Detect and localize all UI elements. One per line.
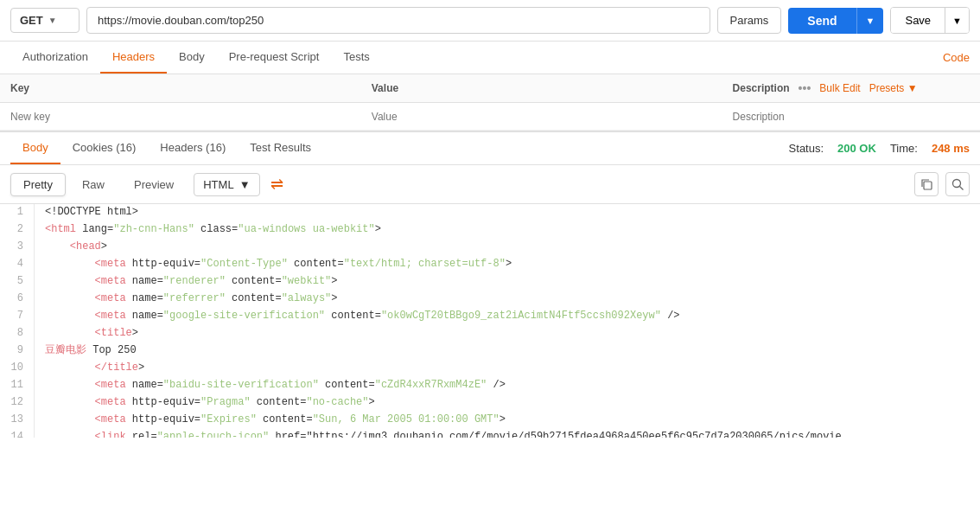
- new-value-input[interactable]: [372, 111, 712, 123]
- headers-table: Key Value Description ••• Bulk Edit Pres…: [0, 74, 980, 131]
- search-icon[interactable]: [945, 172, 970, 196]
- code-line: 3 <head>: [0, 239, 980, 256]
- line-content: <meta http-equiv="Content-Type" content=…: [35, 256, 980, 273]
- code-line: 6 <meta name="referrer" content="always"…: [0, 291, 980, 308]
- code-line: 11 <meta name="baidu-site-verification" …: [0, 377, 980, 394]
- send-group: Send ▼: [788, 8, 883, 34]
- line-content: <meta name="referrer" content="always">: [35, 291, 980, 308]
- tab-body[interactable]: Body: [167, 42, 217, 74]
- line-number: 14: [0, 429, 35, 438]
- code-line: 8 <title>: [0, 325, 980, 342]
- code-link[interactable]: Code: [943, 51, 970, 64]
- send-button[interactable]: Send: [788, 8, 856, 34]
- presets-chevron-icon: ▼: [907, 82, 918, 94]
- resp-tab-cookies[interactable]: Cookies (16): [60, 132, 149, 164]
- method-chevron-icon: ▼: [48, 16, 57, 25]
- response-meta: Status: 200 OK Time: 248 ms: [789, 142, 970, 155]
- resp-tab-test-results[interactable]: Test Results: [238, 132, 323, 164]
- line-content: </title>: [35, 360, 980, 377]
- copy-icon[interactable]: [914, 172, 939, 196]
- svg-rect-0: [924, 182, 932, 189]
- save-button[interactable]: Save: [891, 8, 945, 33]
- request-tabs: Authorization Headers Body Pre-request S…: [0, 42, 980, 74]
- top-bar: GET ▼ Params Send ▼ Save ▼: [0, 0, 980, 42]
- status-label: Status:: [789, 142, 824, 155]
- code-line: 7 <meta name="google-site-verification" …: [0, 308, 980, 325]
- code-line: 10 </title>: [0, 360, 980, 377]
- resp-tab-body[interactable]: Body: [10, 132, 60, 164]
- send-dropdown-button[interactable]: ▼: [856, 8, 884, 34]
- tab-authorization[interactable]: Authorization: [10, 42, 100, 74]
- code-editor: 1<!DOCTYPE html>2<html lang="zh-cnn-Hans…: [0, 204, 980, 438]
- code-line: 4 <meta http-equiv="Content-Type" conten…: [0, 256, 980, 273]
- save-group: Save ▼: [890, 7, 970, 34]
- line-number: 5: [0, 273, 35, 291]
- view-preview-button[interactable]: Preview: [121, 173, 187, 196]
- line-content: <meta http-equiv="Pragma" content="no-ca…: [35, 394, 980, 412]
- line-number: 4: [0, 256, 35, 273]
- line-number: 6: [0, 291, 35, 308]
- wrap-icon[interactable]: ⇌: [270, 175, 283, 194]
- code-line: 14 <link rel="apple-touch-icon" href="ht…: [0, 429, 980, 438]
- code-line: 1<!DOCTYPE html>: [0, 204, 980, 221]
- line-content: <meta name="renderer" content="webkit">: [35, 273, 980, 291]
- response-section: Body Cookies (16) Headers (16) Test Resu…: [0, 131, 980, 438]
- code-toolbar: Pretty Raw Preview HTML ▼ ⇌: [0, 165, 980, 204]
- svg-point-1: [952, 179, 960, 187]
- tab-pre-request-script[interactable]: Pre-request Script: [217, 42, 332, 74]
- resp-tab-headers[interactable]: Headers (16): [148, 132, 238, 164]
- tab-headers[interactable]: Headers: [100, 42, 167, 74]
- line-number: 1: [0, 204, 35, 221]
- new-desc-input[interactable]: [733, 111, 970, 123]
- line-content: <head>: [35, 239, 980, 256]
- line-content: <meta name="baidu-site-verification" con…: [35, 377, 980, 394]
- format-label: HTML: [203, 178, 233, 191]
- svg-line-2: [959, 186, 963, 189]
- line-content: <title>: [35, 325, 980, 342]
- line-number: 2: [0, 221, 35, 239]
- col-desc-header: Description ••• Bulk Edit Presets ▼: [722, 74, 980, 103]
- code-line: 12 <meta http-equiv="Pragma" content="no…: [0, 394, 980, 412]
- line-content: <!DOCTYPE html>: [35, 204, 980, 221]
- code-line: 2<html lang="zh-cnn-Hans" class="ua-wind…: [0, 221, 980, 239]
- format-chevron-icon: ▼: [239, 178, 251, 191]
- headers-section: Key Value Description ••• Bulk Edit Pres…: [0, 74, 980, 131]
- line-number: 11: [0, 377, 35, 394]
- bulk-edit-button[interactable]: Bulk Edit: [819, 82, 860, 94]
- col-key-header: Key: [0, 74, 361, 103]
- line-content: <link rel="apple-touch-icon" href="https…: [35, 429, 980, 438]
- time-value: 248 ms: [932, 142, 970, 155]
- tab-tests[interactable]: Tests: [331, 42, 381, 74]
- new-key-input[interactable]: [10, 111, 351, 123]
- code-line: 13 <meta http-equiv="Expires" content="S…: [0, 412, 980, 429]
- save-dropdown-button[interactable]: ▼: [945, 8, 969, 33]
- time-label: Time:: [890, 142, 918, 155]
- line-number: 12: [0, 394, 35, 412]
- new-header-row: [0, 103, 980, 131]
- line-number: 10: [0, 360, 35, 377]
- view-pretty-button[interactable]: Pretty: [10, 173, 66, 196]
- params-button[interactable]: Params: [717, 7, 782, 34]
- line-number: 8: [0, 325, 35, 342]
- method-dropdown[interactable]: GET ▼: [10, 8, 80, 33]
- code-line: 5 <meta name="renderer" content="webkit"…: [0, 273, 980, 291]
- line-number: 3: [0, 239, 35, 256]
- response-tabs: Body Cookies (16) Headers (16) Test Resu…: [0, 132, 980, 165]
- line-number: 13: [0, 412, 35, 429]
- view-raw-button[interactable]: Raw: [69, 173, 118, 196]
- more-options-icon[interactable]: •••: [799, 81, 811, 95]
- line-number: 9: [0, 342, 35, 360]
- url-input[interactable]: [86, 7, 710, 34]
- line-content: <meta http-equiv="Expires" content="Sun,…: [35, 412, 980, 429]
- format-dropdown[interactable]: HTML ▼: [194, 173, 259, 196]
- presets-button[interactable]: Presets ▼: [869, 82, 918, 94]
- code-line: 9豆瓣电影 Top 250: [0, 342, 980, 360]
- status-value: 200 OK: [837, 142, 876, 155]
- col-value-header: Value: [361, 74, 722, 103]
- line-content: <meta name="google-site-verification" co…: [35, 308, 980, 325]
- line-content: 豆瓣电影 Top 250: [35, 342, 980, 360]
- line-number: 7: [0, 308, 35, 325]
- line-content: <html lang="zh-cnn-Hans" class="ua-windo…: [35, 221, 980, 239]
- method-label: GET: [20, 14, 43, 27]
